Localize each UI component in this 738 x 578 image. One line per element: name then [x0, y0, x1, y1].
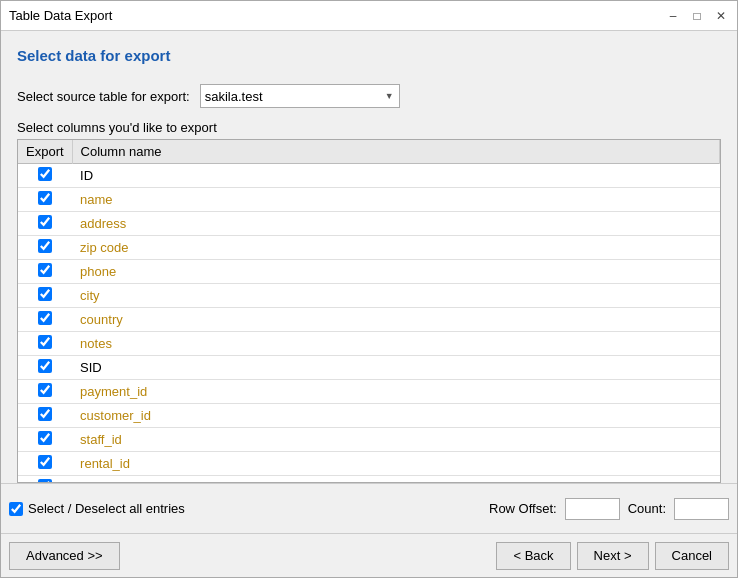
column-name-cell: phone — [72, 260, 719, 284]
export-checkbox[interactable] — [38, 359, 52, 373]
table-row: notes — [18, 332, 720, 356]
export-cell — [18, 452, 72, 476]
export-checkbox[interactable] — [38, 239, 52, 253]
close-button[interactable]: ✕ — [713, 8, 729, 24]
count-input[interactable] — [674, 498, 729, 520]
cancel-button[interactable]: Cancel — [655, 542, 729, 570]
table-row: address — [18, 212, 720, 236]
table-row: staff_id — [18, 428, 720, 452]
source-table-row: Select source table for export: sakila.t… — [17, 84, 721, 108]
column-name-cell: staff_id — [72, 428, 719, 452]
column-name-cell: payment_id — [72, 380, 719, 404]
export-cell — [18, 428, 72, 452]
table-row: payment_id — [18, 380, 720, 404]
column-name-cell: address — [72, 212, 719, 236]
column-name-cell: amount — [72, 476, 719, 484]
export-cell — [18, 476, 72, 484]
bottom-bar: Select / Deselect all entries Row Offset… — [1, 483, 737, 533]
export-cell — [18, 212, 72, 236]
export-cell — [18, 404, 72, 428]
table-row: amount — [18, 476, 720, 484]
export-checkbox[interactable] — [38, 191, 52, 205]
section-title: Select data for export — [17, 47, 721, 64]
maximize-button[interactable]: □ — [689, 8, 705, 24]
footer-right-buttons: < Back Next > Cancel — [496, 542, 729, 570]
title-bar: Table Data Export – □ ✕ — [1, 1, 737, 31]
column-name-cell: name — [72, 188, 719, 212]
back-button[interactable]: < Back — [496, 542, 570, 570]
minimize-button[interactable]: – — [665, 8, 681, 24]
columns-table: Export Column name IDnameaddresszip code… — [18, 140, 720, 483]
col-column-name-header: Column name — [72, 140, 719, 164]
export-cell — [18, 260, 72, 284]
row-offset-label: Row Offset: — [489, 501, 557, 516]
export-checkbox[interactable] — [38, 167, 52, 181]
table-row: city — [18, 284, 720, 308]
table-row: customer_id — [18, 404, 720, 428]
export-checkbox[interactable] — [38, 455, 52, 469]
export-cell — [18, 284, 72, 308]
column-name-cell: notes — [72, 332, 719, 356]
table-row: country — [18, 308, 720, 332]
columns-table-container[interactable]: Export Column name IDnameaddresszip code… — [17, 139, 721, 483]
export-cell — [18, 380, 72, 404]
export-checkbox[interactable] — [38, 287, 52, 301]
table-row: phone — [18, 260, 720, 284]
main-window: Table Data Export – □ ✕ Select data for … — [0, 0, 738, 578]
table-header-row: Export Column name — [18, 140, 720, 164]
window-title: Table Data Export — [9, 8, 112, 23]
main-content: Select data for export Select source tab… — [1, 31, 737, 483]
column-name-cell: city — [72, 284, 719, 308]
source-table-select[interactable]: sakila.test — [200, 84, 400, 108]
export-cell — [18, 236, 72, 260]
source-table-label: Select source table for export: — [17, 89, 190, 104]
export-checkbox[interactable] — [38, 383, 52, 397]
export-checkbox[interactable] — [38, 335, 52, 349]
row-offset-input[interactable] — [565, 498, 620, 520]
export-checkbox[interactable] — [38, 311, 52, 325]
export-cell — [18, 332, 72, 356]
export-cell — [18, 164, 72, 188]
footer: Advanced >> < Back Next > Cancel — [1, 533, 737, 577]
column-name-cell: customer_id — [72, 404, 719, 428]
bottom-left: Select / Deselect all entries — [9, 501, 185, 516]
columns-label: Select columns you'd like to export — [17, 120, 721, 135]
column-name-cell: country — [72, 308, 719, 332]
bottom-right: Row Offset: Count: — [489, 498, 729, 520]
select-all-label[interactable]: Select / Deselect all entries — [9, 501, 185, 516]
table-body: IDnameaddresszip codephonecitycountrynot… — [18, 164, 720, 484]
export-checkbox[interactable] — [38, 215, 52, 229]
title-bar-controls: – □ ✕ — [665, 8, 729, 24]
select-all-text: Select / Deselect all entries — [28, 501, 185, 516]
count-label: Count: — [628, 501, 666, 516]
table-row: ID — [18, 164, 720, 188]
export-checkbox[interactable] — [38, 263, 52, 277]
export-cell — [18, 308, 72, 332]
export-checkbox[interactable] — [38, 431, 52, 445]
export-checkbox[interactable] — [38, 407, 52, 421]
table-row: zip code — [18, 236, 720, 260]
export-cell — [18, 356, 72, 380]
column-name-cell: rental_id — [72, 452, 719, 476]
select-all-checkbox[interactable] — [9, 502, 23, 516]
table-row: rental_id — [18, 452, 720, 476]
column-name-cell: zip code — [72, 236, 719, 260]
source-select-wrapper: sakila.test — [200, 84, 400, 108]
export-cell — [18, 188, 72, 212]
table-row: name — [18, 188, 720, 212]
advanced-button[interactable]: Advanced >> — [9, 542, 120, 570]
next-button[interactable]: Next > — [577, 542, 649, 570]
table-row: SID — [18, 356, 720, 380]
column-name-cell: SID — [72, 356, 719, 380]
col-export-header: Export — [18, 140, 72, 164]
column-name-cell: ID — [72, 164, 719, 188]
